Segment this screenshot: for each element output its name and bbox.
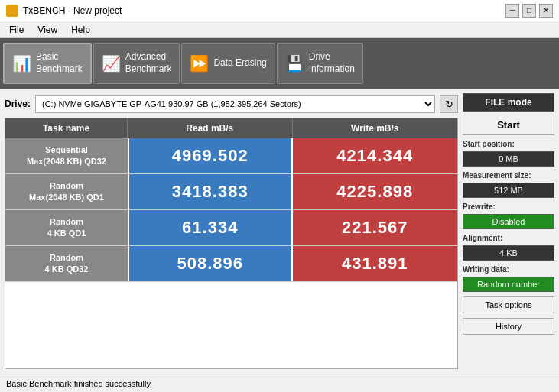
row-read-2: 61.334 — [128, 210, 293, 245]
alignment-label: Alignment: — [463, 234, 554, 242]
row-write-3: 431.891 — [293, 246, 458, 281]
start-button[interactable]: Start — [463, 115, 554, 135]
advanced-benchmark-label-line1: Advanced — [125, 51, 166, 62]
drive-select[interactable]: (C:) NVMe GIGABYTE GP-AG41 930.97 GB (1,… — [35, 95, 435, 113]
menu-file[interactable]: File — [3, 23, 30, 37]
results-table: Task name Read mB/s Write mB/s Sequentia… — [5, 118, 458, 369]
right-panel: FILE mode Start Start position: 0 MB Mea… — [463, 93, 554, 369]
toolbar-advanced-benchmark[interactable]: 📈 Advanced Benchmark — [93, 43, 180, 84]
task-options-button[interactable]: Task options — [463, 296, 554, 313]
drive-information-icon: 💾 — [285, 54, 304, 73]
row-read-1: 3418.383 — [128, 174, 293, 209]
window-title: TxBENCH - New project — [23, 5, 122, 16]
row-write-2: 221.567 — [293, 210, 458, 245]
start-position-value: 0 MB — [463, 151, 554, 167]
file-mode-button[interactable]: FILE mode — [463, 93, 554, 112]
drive-information-label-line2: Information — [309, 63, 355, 76]
drive-information-label-line1: Drive — [309, 51, 330, 62]
data-erasing-icon: ⏩ — [190, 54, 209, 73]
status-bar: Basic Benchmark finished successfully. — [0, 374, 559, 392]
drive-refresh-button[interactable]: ↻ — [440, 95, 458, 113]
basic-benchmark-icon: 📊 — [12, 54, 31, 73]
toolbar: 📊 Basic Benchmark 📈 Advanced Benchmark ⏩… — [0, 38, 559, 89]
row-label-3: Random4 KB QD32 — [5, 246, 128, 281]
basic-benchmark-label-line1: Basic — [36, 51, 58, 62]
table-header: Task name Read mB/s Write mB/s — [5, 118, 457, 138]
close-button[interactable]: ✕ — [539, 4, 553, 18]
row-write-1: 4225.898 — [293, 174, 458, 209]
row-label-0: SequentialMax(2048 KB) QD32 — [5, 138, 128, 173]
left-panel: Drive: (C:) NVMe GIGABYTE GP-AG41 930.97… — [5, 93, 458, 369]
prewrite-label: Prewrite: — [463, 202, 554, 211]
app-icon — [6, 5, 18, 17]
toolbar-drive-information[interactable]: 💾 Drive Information — [277, 43, 363, 84]
header-taskname: Task name — [5, 118, 128, 138]
basic-benchmark-label-line2: Benchmark — [36, 63, 83, 76]
drive-label: Drive: — [5, 99, 31, 109]
header-write: Write mB/s — [293, 118, 458, 138]
toolbar-data-erasing[interactable]: ⏩ Data Erasing — [181, 43, 275, 84]
title-bar: TxBENCH - New project ─ □ ✕ — [0, 0, 559, 21]
writing-data-label: Writing data: — [463, 265, 554, 274]
minimize-button[interactable]: ─ — [505, 4, 519, 18]
status-message: Basic Benchmark finished successfully. — [6, 379, 152, 388]
prewrite-value: Disabled — [463, 214, 554, 229]
table-row: RandomMax(2048 KB) QD1 3418.383 4225.898 — [5, 174, 457, 210]
table-row: Random4 KB QD32 508.896 431.891 — [5, 246, 457, 282]
measurement-size-value: 512 MB — [463, 183, 554, 198]
window-controls[interactable]: ─ □ ✕ — [505, 4, 553, 18]
row-read-3: 508.896 — [128, 246, 293, 281]
toolbar-basic-benchmark[interactable]: 📊 Basic Benchmark — [3, 43, 92, 84]
alignment-value: 4 KB — [463, 245, 554, 261]
advanced-benchmark-label-line2: Benchmark — [125, 63, 172, 76]
menu-help[interactable]: Help — [65, 23, 96, 37]
menu-view[interactable]: View — [31, 23, 63, 37]
measurement-size-label: Measurement size: — [463, 171, 554, 180]
table-row: SequentialMax(2048 KB) QD32 4969.502 421… — [5, 138, 457, 174]
main-content: Drive: (C:) NVMe GIGABYTE GP-AG41 930.97… — [0, 89, 559, 374]
menu-bar: File View Help — [0, 21, 559, 38]
writing-data-value: Random number — [463, 277, 554, 292]
row-read-0: 4969.502 — [128, 138, 293, 173]
table-row: Random4 KB QD1 61.334 221.567 — [5, 210, 457, 246]
history-button[interactable]: History — [463, 318, 554, 335]
drive-row: Drive: (C:) NVMe GIGABYTE GP-AG41 930.97… — [5, 93, 458, 115]
row-write-0: 4214.344 — [293, 138, 458, 173]
header-read: Read mB/s — [128, 118, 293, 138]
start-position-label: Start position: — [463, 140, 554, 148]
data-erasing-label: Data Erasing — [213, 57, 266, 68]
advanced-benchmark-icon: 📈 — [102, 54, 121, 73]
maximize-button[interactable]: □ — [522, 4, 536, 18]
row-label-1: RandomMax(2048 KB) QD1 — [5, 174, 128, 209]
row-label-2: Random4 KB QD1 — [5, 210, 128, 245]
